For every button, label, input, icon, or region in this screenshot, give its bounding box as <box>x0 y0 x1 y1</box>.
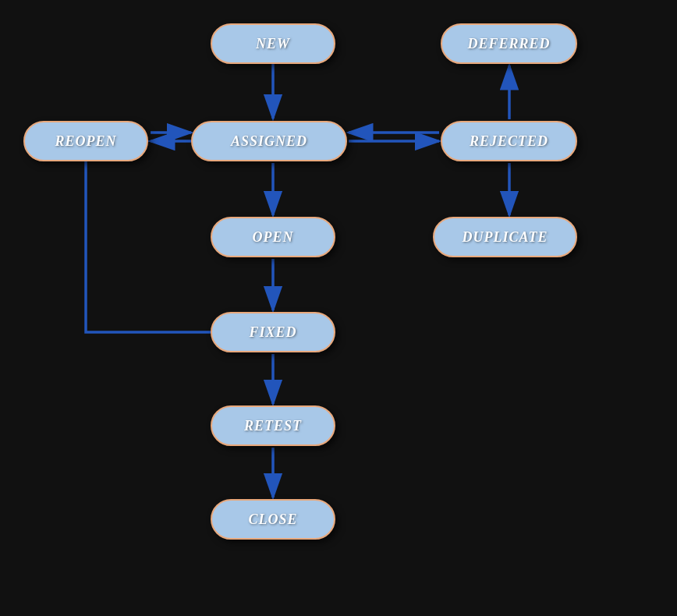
node-assigned: ASSIGNED <box>191 121 347 161</box>
node-fixed: FIXED <box>211 312 335 352</box>
node-new: NEW <box>211 23 335 64</box>
node-retest: RETEST <box>211 405 335 446</box>
node-open: OPEN <box>211 217 335 257</box>
diagram-container: NEW ASSIGNED REOPEN REJECTED DEFERRED OP… <box>0 0 677 616</box>
node-reopen: REOPEN <box>23 121 148 161</box>
node-rejected: REJECTED <box>441 121 577 161</box>
node-duplicate: DUPLICATE <box>433 217 577 257</box>
node-close: CLOSE <box>211 499 335 540</box>
node-deferred: DEFERRED <box>441 23 577 64</box>
arrows-svg <box>0 0 677 616</box>
